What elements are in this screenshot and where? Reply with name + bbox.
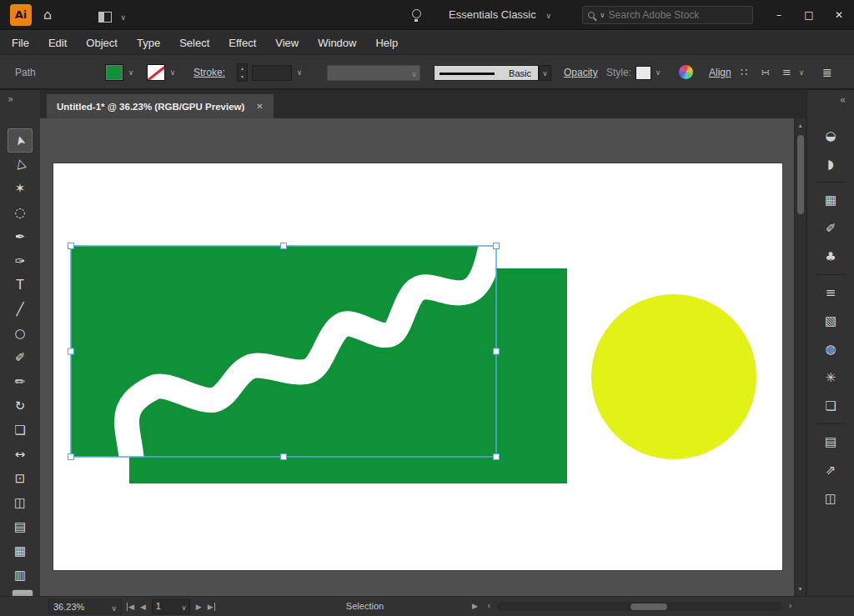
menu-effect[interactable]: Effect [229, 37, 267, 49]
transparency-panel-icon[interactable]: ◍ [807, 335, 854, 363]
menu-edit[interactable]: Edit [48, 37, 78, 49]
menu-select[interactable]: Select [179, 37, 220, 49]
artboards-panel-icon[interactable]: ◫ [807, 484, 854, 513]
workspace-switcher[interactable]: Essentials Classic ∨ [449, 8, 551, 21]
toolbar-expand-control[interactable]: » [0, 90, 40, 118]
type-tool[interactable]: T [8, 273, 33, 298]
properties-panel-icon[interactable]: ≡ [807, 278, 854, 307]
align-objects-icon[interactable]: ∷ [741, 66, 747, 78]
scroll-right-icon[interactable]: › [789, 600, 792, 611]
appearance-panel-icon[interactable]: ✳ [807, 363, 854, 392]
symbols-panel-icon[interactable]: ♣ [807, 243, 854, 271]
document-tab[interactable]: Untitled-1* @ 36.23% (RGB/GPU Preview) ✕ [47, 94, 274, 118]
align-chevron-icon[interactable]: ∨ [796, 64, 807, 81]
width-tool[interactable]: ↔ [8, 443, 33, 467]
stroke-weight-stepper[interactable]: ▴ ▾ [237, 63, 248, 82]
line-segment-tool[interactable]: ╱ [8, 298, 33, 322]
curvature-tool[interactable]: ✑ [8, 249, 33, 273]
horizontal-scrollbar[interactable]: ‹ › [487, 598, 792, 614]
opacity-link[interactable]: Opacity [564, 67, 598, 78]
artboard-number-input[interactable] [153, 600, 176, 612]
selection-handle[interactable] [494, 454, 500, 460]
stroke-weight-field[interactable] [252, 65, 292, 81]
first-artboard-icon[interactable]: ◀ [127, 603, 134, 611]
selection-handle[interactable] [494, 243, 500, 249]
vertical-scrollbar[interactable]: ▴ ▾ [794, 118, 806, 596]
collapse-dock-icon[interactable]: « [840, 94, 846, 106]
graphic-styles-panel-icon[interactable]: ❏ [807, 392, 854, 420]
column-graph-tool[interactable]: ▥ [8, 563, 33, 588]
horizontal-scroll-thumb[interactable] [630, 603, 667, 610]
zoom-level-dropdown[interactable]: 36.23% ∨ [48, 599, 122, 614]
scroll-down-icon[interactable]: ▾ [795, 585, 806, 593]
stroke-panel-link[interactable]: Stroke: [193, 67, 225, 78]
tab-close-icon[interactable]: ✕ [256, 102, 263, 111]
close-button[interactable]: ✕ [824, 0, 854, 30]
scale-tool[interactable]: ❏ [8, 418, 33, 443]
home-icon[interactable]: ⌂ [43, 7, 52, 23]
layers-panel-icon[interactable]: ▤ [807, 428, 854, 456]
artboard[interactable] [53, 163, 782, 570]
stroke-chevron-icon[interactable]: ∨ [167, 64, 178, 81]
align-to-icon[interactable]: ≡ [782, 66, 791, 78]
search-input[interactable] [609, 9, 747, 21]
scroll-up-icon[interactable]: ▴ [795, 122, 806, 129]
panel-menu-icon[interactable]: ≣ [822, 66, 832, 79]
menu-view[interactable]: View [275, 37, 309, 49]
pen-tool[interactable]: ✒ [8, 225, 33, 249]
selection-handle[interactable] [494, 348, 500, 354]
arrange-documents-icon[interactable]: ∨ [98, 9, 126, 24]
menu-file[interactable]: File [12, 37, 40, 49]
discover-lightbulb-icon[interactable] [412, 9, 421, 18]
next-artboard-icon[interactable]: ▶ [196, 603, 202, 611]
color-panel-icon[interactable]: ◒ [807, 122, 854, 150]
color-guide-panel-icon[interactable]: ◗ [807, 150, 854, 178]
gradient-panel-icon[interactable]: ▧ [807, 307, 854, 335]
selection-handle[interactable] [281, 243, 287, 249]
perspective-grid-tool[interactable]: ▤ [8, 515, 33, 539]
menu-window[interactable]: Window [318, 37, 367, 49]
shape-builder-tool[interactable]: ◫ [8, 491, 33, 515]
selection-handle[interactable] [68, 348, 74, 354]
previous-artboard-icon[interactable]: ◀ [140, 603, 146, 611]
status-menu-arrow-icon[interactable]: ▶ [472, 602, 478, 610]
brushes-panel-icon[interactable]: ✐ [807, 214, 854, 243]
export-panel-icon[interactable]: ⇗ [807, 456, 854, 484]
selection-handle[interactable] [68, 243, 74, 249]
horizontal-scroll-track[interactable] [497, 602, 782, 611]
stepper-up-icon[interactable]: ▴ [241, 65, 244, 71]
minimize-button[interactable]: – [764, 0, 794, 30]
brush-definition-dropdown[interactable]: Basic [434, 65, 539, 81]
canvas-pasteboard[interactable] [40, 118, 794, 596]
direct-selection-tool[interactable]: ▷ [8, 153, 33, 177]
fill-chevron-icon[interactable]: ∨ [125, 64, 137, 81]
menu-object[interactable]: Object [86, 37, 128, 49]
distribute-objects-icon[interactable]: ∺ [761, 66, 770, 78]
artboard-number-field[interactable]: ∨ [152, 599, 190, 614]
maximize-button[interactable]: □ [794, 0, 824, 30]
style-chevron-icon[interactable]: ∨ [652, 64, 664, 81]
align-panel-link[interactable]: Align [709, 67, 731, 78]
stock-search-box[interactable]: ∨ [582, 6, 753, 24]
menu-help[interactable]: Help [375, 37, 409, 49]
stroke-weight-chevron-icon[interactable]: ∨ [294, 64, 305, 81]
stroke-color-swatch[interactable] [147, 64, 165, 81]
recolor-artwork-icon[interactable] [679, 65, 693, 79]
free-transform-tool[interactable]: ⊡ [8, 467, 33, 491]
stepper-down-icon[interactable]: ▾ [241, 73, 244, 79]
magic-wand-tool[interactable]: ✶ [8, 177, 33, 201]
lasso-tool[interactable]: ◌ [8, 201, 33, 225]
mesh-tool[interactable]: ▦ [8, 539, 33, 563]
menu-type[interactable]: Type [137, 37, 171, 49]
swatches-panel-icon[interactable]: ▦ [807, 186, 854, 214]
pencil-tool[interactable]: ✏ [8, 370, 33, 394]
rotate-tool[interactable]: ↻ [8, 394, 33, 418]
fill-color-swatch[interactable] [105, 64, 123, 81]
expand-toolbar-icon[interactable]: » [8, 93, 13, 105]
scroll-left-icon[interactable]: ‹ [487, 600, 490, 611]
style-swatch[interactable] [635, 66, 651, 80]
last-artboard-icon[interactable]: ▶ [208, 603, 215, 611]
yellow-circle[interactable] [591, 294, 756, 459]
paintbrush-tool[interactable]: ✐ [8, 346, 33, 370]
selection-tool[interactable]: ➤ [8, 128, 33, 153]
